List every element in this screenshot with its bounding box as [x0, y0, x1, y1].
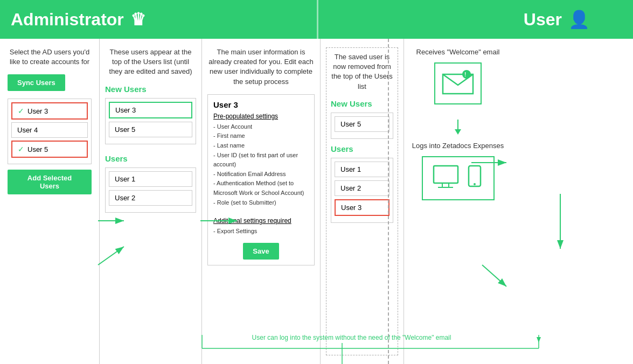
check-icon-user3: ✓	[18, 107, 24, 115]
sync-users-button[interactable]: Sync Users	[8, 74, 65, 91]
col5-down-arrow	[409, 120, 506, 136]
col4-users-box: User 1 User 2 User 3	[331, 158, 393, 223]
col1-user4[interactable]: User 4	[11, 122, 88, 138]
header: Administrator ♛ User 👤	[0, 0, 633, 39]
col3-description: The main user information is already cre…	[207, 47, 315, 87]
col3-save-btn-container: Save	[213, 243, 309, 260]
col1-user3[interactable]: ✓ User 3	[11, 102, 88, 120]
col4-user3[interactable]: User 3	[335, 199, 389, 216]
admin-section-header: Administrator ♛	[11, 9, 146, 30]
col1-user4-label: User 4	[17, 126, 38, 134]
col2-description: These users appear at the top of the Use…	[105, 47, 196, 77]
col5-computer-icons-box	[422, 156, 495, 200]
col4-user1[interactable]: User 1	[335, 162, 389, 177]
check-icon-user5: ✓	[18, 145, 24, 153]
col3-additional-label: Additional settings required	[213, 217, 309, 225]
col4-dashed-content: The saved user is now removed from the t…	[326, 47, 398, 355]
col3-prepopulated-label: Pre-populated settings	[213, 113, 309, 120]
col1-user5-label: User 5	[27, 145, 48, 153]
col4-users-label: Users	[331, 144, 393, 153]
col1-user-list: ✓ User 3 User 4 ✓ User 5	[8, 99, 92, 164]
desktop-icon	[433, 165, 462, 192]
col4-new-user5[interactable]: User 5	[335, 116, 389, 132]
col1-admin-select: Select the AD users you'd like to create…	[0, 39, 100, 364]
sync-btn-container: Sync Users	[8, 74, 92, 91]
col5-user-actions: Receives "Welcome" email !	[404, 39, 512, 364]
col4-new-users-box: User 5	[331, 113, 393, 139]
col2-users-box: User 1 User 2	[105, 167, 196, 213]
col2-new-user3[interactable]: User 3	[109, 102, 192, 118]
col3-user-detail-box: User 3 Pre-populated settings - User Acc…	[207, 94, 315, 265]
col5-logs-section: Logs into Zetadocs Expenses	[409, 141, 506, 200]
col4-description: The saved user is now removed from the t…	[331, 52, 393, 92]
svg-text:!: !	[464, 72, 466, 78]
col3-user-title: User 3	[213, 100, 309, 109]
col4-saved-user: The saved user is now removed from the t…	[321, 39, 404, 364]
main-content: Select the AD users you'd like to create…	[0, 39, 633, 364]
admin-label: Administrator	[11, 10, 124, 30]
svg-point-17	[474, 183, 476, 185]
col2-user2[interactable]: User 2	[109, 190, 192, 206]
svg-marker-12	[455, 129, 461, 135]
col1-user3-label: User 3	[27, 107, 48, 115]
col3-additional-list: - Export Settings	[213, 227, 309, 236]
email-icon: !	[442, 70, 474, 97]
svg-marker-21	[537, 337, 541, 342]
save-button[interactable]: Save	[243, 243, 279, 260]
col2-user1[interactable]: User 1	[109, 171, 192, 187]
col1-user5[interactable]: ✓ User 5	[11, 141, 88, 158]
col2-new-users-box: User 3 User 5	[105, 98, 196, 144]
admin-user-divider	[388, 39, 389, 364]
mobile-icon	[467, 165, 484, 192]
col2-new-users-label: New Users	[105, 85, 196, 94]
svg-rect-13	[434, 166, 458, 183]
col2-new-users: These users appear at the top of the Use…	[100, 39, 202, 364]
bottom-note-text: User can log into the system without the…	[252, 334, 451, 341]
col1-description: Select the AD users you'd like to create…	[8, 47, 92, 67]
col5-logs-text: Logs into Zetadocs Expenses	[412, 141, 504, 151]
svg-point-9	[462, 70, 471, 79]
col2-new-user5[interactable]: User 5	[109, 122, 192, 137]
add-selected-users-button[interactable]: Add Selected Users	[8, 170, 92, 194]
col5-email-icon-box: !	[434, 62, 482, 104]
col5-receives-section: Receives "Welcome" email !	[409, 47, 506, 109]
col4-user2[interactable]: User 2	[335, 180, 389, 196]
col5-receives-text: Receives "Welcome" email	[416, 47, 500, 57]
header-divider	[317, 0, 318, 39]
col2-users-label: Users	[105, 154, 196, 163]
user-section-header: User 👤	[524, 9, 590, 30]
user-icon: 👤	[568, 9, 590, 30]
user-label: User	[524, 10, 562, 30]
col3-user-edit: The main user information is already cre…	[202, 39, 321, 364]
col4-new-users-label: New Users	[331, 99, 393, 108]
admin-icon: ♛	[130, 9, 146, 30]
page-wrapper: Administrator ♛ User 👤	[0, 0, 633, 364]
col3-settings-list: - User Account - First name - Last name …	[213, 122, 309, 207]
